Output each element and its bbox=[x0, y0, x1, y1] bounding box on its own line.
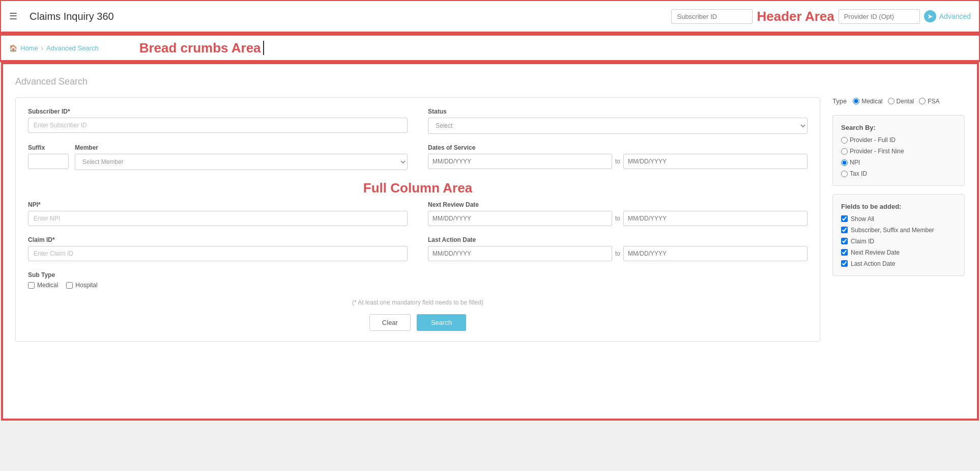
page-title: Advanced Search bbox=[15, 76, 965, 87]
hospital-checkbox-item[interactable]: Hospital bbox=[66, 282, 97, 289]
claim-id-cb-label: Claim ID bbox=[851, 238, 874, 245]
last-action-date-label: Last Action Date bbox=[428, 236, 808, 243]
fields-title: Fields to be added: bbox=[841, 203, 956, 210]
claim-id-checkbox[interactable] bbox=[841, 238, 848, 244]
hospital-label: Hospital bbox=[75, 282, 97, 289]
last-action-date-item[interactable]: Last Action Date bbox=[841, 260, 956, 267]
medical-label: Medical bbox=[37, 282, 58, 289]
dates-of-service-col: Dates of Service to bbox=[428, 144, 808, 170]
type-fsa-label: FSA bbox=[928, 98, 939, 105]
claim-id-col: Claim ID* bbox=[28, 236, 408, 261]
main-content: Advanced Search Subscriber ID* Status Se… bbox=[2, 63, 978, 420]
subscriber-id-input[interactable] bbox=[671, 9, 753, 24]
nrd-to-input[interactable] bbox=[623, 211, 808, 226]
show-all-checkbox[interactable] bbox=[841, 215, 848, 222]
provider-full-radio[interactable] bbox=[841, 137, 848, 144]
breadcrumb-area-label: Bread crumbs Area bbox=[139, 40, 261, 56]
subscriber-suffix-member-checkbox[interactable] bbox=[841, 227, 848, 233]
dates-of-service-range: to bbox=[428, 154, 808, 169]
type-medical-radio[interactable] bbox=[853, 98, 859, 104]
form-row-2: Suffix Member Select Member Dates of Ser… bbox=[28, 144, 808, 170]
claim-id-item[interactable]: Claim ID bbox=[841, 238, 956, 245]
next-review-date-label: Next Review Date bbox=[428, 201, 808, 208]
form-sidebar: Type Medical Dental FSA bbox=[832, 97, 965, 342]
to-label-2: to bbox=[615, 215, 620, 222]
clear-button[interactable]: Clear bbox=[369, 314, 411, 331]
suffix-label: Suffix bbox=[28, 144, 69, 151]
search-by-title: Search By: bbox=[841, 124, 956, 131]
lad-from-input[interactable] bbox=[428, 246, 612, 261]
advanced-icon: ➤ bbox=[924, 10, 936, 22]
menu-icon[interactable]: ☰ bbox=[9, 11, 17, 22]
search-by-tax-id[interactable]: Tax ID bbox=[841, 170, 956, 177]
lad-to-input[interactable] bbox=[623, 246, 808, 261]
type-dental-radio[interactable] bbox=[888, 98, 895, 104]
sub-type-label: Sub Type bbox=[28, 271, 808, 279]
type-fsa-radio[interactable] bbox=[919, 98, 926, 104]
home-link[interactable]: Home bbox=[20, 44, 38, 52]
npi-col: NPI* bbox=[28, 201, 408, 226]
form-row-4: Claim ID* Last Action Date to bbox=[28, 236, 808, 261]
search-button[interactable]: Search bbox=[417, 314, 466, 331]
next-review-date-col: Next Review Date to bbox=[428, 201, 808, 226]
npi-radio[interactable] bbox=[841, 159, 848, 166]
breadcrumb: 🏠 Home › Advanced Search bbox=[9, 44, 99, 52]
type-fsa[interactable]: FSA bbox=[919, 98, 939, 105]
sub-type-checkboxes: Medical Hospital bbox=[28, 282, 808, 289]
last-action-date-range: to bbox=[428, 246, 808, 261]
to-label-1: to bbox=[615, 158, 620, 165]
claim-id-field[interactable] bbox=[28, 246, 408, 261]
show-all-label: Show All bbox=[851, 215, 874, 223]
tax-id-radio[interactable] bbox=[841, 171, 848, 177]
type-label: Type bbox=[832, 97, 847, 105]
last-action-date-checkbox[interactable] bbox=[841, 260, 848, 267]
advanced-button[interactable]: ➤ Advanced bbox=[924, 10, 971, 22]
form-row-1: Subscriber ID* Status Select Active Inac… bbox=[28, 108, 808, 134]
status-col: Status Select Active Inactive Pending bbox=[428, 108, 808, 134]
npi-field[interactable] bbox=[28, 211, 408, 226]
breadcrumb-separator: › bbox=[41, 44, 43, 52]
dos-from-input[interactable] bbox=[428, 154, 612, 169]
next-review-date-item[interactable]: Next Review Date bbox=[841, 249, 956, 256]
form-actions: Clear Search bbox=[28, 314, 808, 331]
search-by-provider-first-nine[interactable]: Provider - First Nine bbox=[841, 148, 956, 155]
medical-checkbox-item[interactable]: Medical bbox=[28, 282, 58, 289]
subscriber-id-label: Subscriber ID* bbox=[28, 108, 408, 115]
type-dental[interactable]: Dental bbox=[888, 98, 914, 105]
status-label: Status bbox=[428, 108, 808, 115]
provider-id-input[interactable] bbox=[839, 9, 920, 24]
type-radio-group: Medical Dental FSA bbox=[853, 98, 939, 105]
next-review-date-checkbox[interactable] bbox=[841, 249, 848, 256]
search-by-provider-full[interactable]: Provider - Full ID bbox=[841, 136, 956, 144]
hospital-checkbox[interactable] bbox=[66, 282, 73, 289]
subscriber-id-col: Subscriber ID* bbox=[28, 108, 408, 134]
type-medical[interactable]: Medical bbox=[853, 98, 882, 105]
member-label: Member bbox=[75, 144, 408, 151]
tax-id-label: Tax ID bbox=[850, 170, 867, 177]
app-title: Claims Inquiry 360 bbox=[30, 11, 114, 22]
subscriber-suffix-member-label: Subscriber, Suffix and Member bbox=[851, 227, 934, 234]
breadcrumb-cursor bbox=[263, 41, 264, 55]
header-inputs: Header Area ➤ Advanced bbox=[671, 9, 971, 24]
last-action-date-cb-label: Last Action Date bbox=[851, 260, 895, 267]
show-all-item[interactable]: Show All bbox=[841, 215, 956, 223]
provider-full-label: Provider - Full ID bbox=[850, 136, 896, 144]
suffix-member-group: Suffix Member Select Member bbox=[28, 144, 408, 170]
suffix-field[interactable] bbox=[28, 154, 69, 169]
claim-id-label: Claim ID* bbox=[28, 236, 408, 243]
header-area: ☰ Claims Inquiry 360 Header Area ➤ Advan… bbox=[0, 0, 980, 33]
search-by-npi[interactable]: NPI bbox=[841, 159, 956, 166]
member-select[interactable]: Select Member bbox=[75, 154, 408, 170]
fields-section: Fields to be added: Show All Subscriber,… bbox=[832, 194, 965, 276]
status-select[interactable]: Select Active Inactive Pending bbox=[428, 118, 808, 134]
form-note: (* At least one mandatory field needs to… bbox=[28, 299, 808, 306]
subscriber-suffix-member-item[interactable]: Subscriber, Suffix and Member bbox=[841, 227, 956, 234]
dos-to-input[interactable] bbox=[623, 154, 808, 169]
to-label-3: to bbox=[615, 250, 620, 257]
medical-checkbox[interactable] bbox=[28, 282, 35, 289]
nrd-from-input[interactable] bbox=[428, 211, 612, 226]
provider-first-nine-radio[interactable] bbox=[841, 148, 848, 155]
full-column-area: Full Column Area bbox=[28, 180, 808, 196]
npi-label: NPI* bbox=[28, 201, 408, 208]
subscriber-id-field[interactable] bbox=[28, 118, 408, 133]
